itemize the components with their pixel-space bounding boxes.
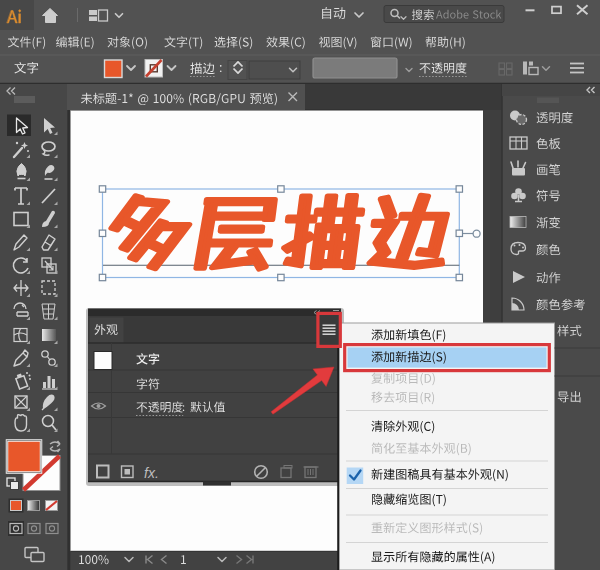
svg-text:fx.: fx.: [144, 465, 159, 481]
